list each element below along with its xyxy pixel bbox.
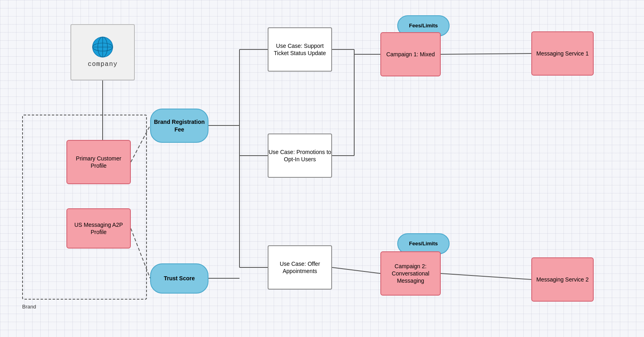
messaging-service-2-node: Messaging Service 2 — [531, 257, 594, 302]
messaging-service-1-label: Messaging Service 1 — [537, 50, 589, 57]
primary-customer-profile-label: Primary Customer Profile — [67, 155, 130, 169]
messaging-service-1-node: Messaging Service 1 — [531, 31, 594, 76]
fees-limits-2-label: Fees/Limits — [409, 240, 438, 247]
brand-registration-fee-label: Brand Registration Fee — [151, 118, 208, 133]
campaign1-label: Campaign 1: Mixed — [386, 51, 435, 58]
usecase-promotions-node: Use Case: Promotions to Opt-In Users — [268, 134, 332, 178]
messaging-service-2-label: Messaging Service 2 — [537, 276, 589, 283]
svg-line-14 — [441, 53, 531, 54]
globe-icon — [92, 36, 114, 58]
usecase-support-label: Use Case: Support Ticket Status Update — [268, 42, 331, 57]
company-label: company — [88, 60, 118, 69]
primary-customer-profile-node: Primary Customer Profile — [66, 140, 131, 184]
a2p-profile-label: US Messaging A2P Profile — [67, 221, 130, 236]
usecase-appointments-node: Use Case: Offer Appointments — [268, 245, 332, 290]
diagram-canvas: company Brand Primary Customer Profile U… — [0, 0, 644, 337]
company-node: company — [70, 24, 135, 80]
usecase-support-node: Use Case: Support Ticket Status Update — [268, 27, 332, 72]
usecase-promotions-label: Use Case: Promotions to Opt-In Users — [268, 148, 331, 163]
a2p-profile-node: US Messaging A2P Profile — [66, 208, 131, 249]
svg-line-13 — [332, 267, 380, 273]
usecase-appointments-label: Use Case: Offer Appointments — [268, 260, 331, 275]
trust-score-label: Trust Score — [164, 275, 195, 282]
trust-score-node: Trust Score — [150, 263, 208, 294]
campaign2-label: Campaign 2: Conversational Messaging — [381, 263, 440, 285]
brand-registration-fee-node: Brand Registration Fee — [150, 109, 208, 143]
fees-limits-1-label: Fees/Limits — [409, 23, 438, 29]
brand-label: Brand — [22, 304, 36, 310]
campaign1-node: Campaign 1: Mixed — [380, 32, 441, 76]
svg-line-15 — [441, 273, 531, 279]
campaign2-node: Campaign 2: Conversational Messaging — [380, 251, 441, 296]
